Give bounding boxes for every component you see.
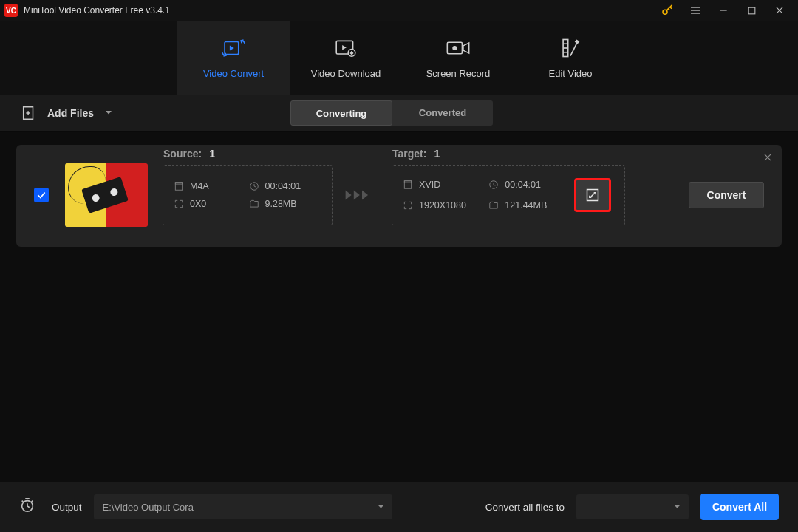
convert-icon [221, 37, 246, 59]
arrow-icon [344, 187, 380, 203]
tab-label: Screen Record [426, 68, 491, 79]
svg-point-14 [452, 45, 457, 50]
tab-label: Video Download [311, 68, 381, 79]
target-size: 121.44MB [488, 199, 550, 212]
source-resolution: 0X0 [174, 199, 230, 209]
main-tabs: Video Convert Video Download Screen Reco… [0, 21, 798, 95]
svg-marker-43 [675, 505, 680, 508]
svg-marker-42 [378, 505, 383, 508]
output-path-value: E:\Video Output Cora [103, 502, 194, 513]
target-info: Target: 1 XVID 00:04:01 [392, 165, 625, 225]
record-icon [446, 37, 471, 59]
app-title: MiniTool Video Converter Free v3.4.1 [24, 5, 170, 16]
svg-marker-9 [230, 45, 234, 50]
target-settings-button[interactable] [574, 178, 611, 212]
tab-label: Edit Video [548, 68, 592, 79]
remove-item-button[interactable] [763, 152, 773, 166]
source-duration: 00:04:01 [249, 181, 321, 191]
tab-label: Video Convert [203, 68, 264, 79]
tab-converted[interactable]: Converted [392, 100, 493, 124]
output-label: Output [52, 502, 82, 513]
convert-all-button[interactable]: Convert All [700, 494, 779, 520]
menu-icon[interactable] [681, 0, 709, 21]
svg-marker-31 [354, 191, 360, 200]
schedule-icon[interactable] [19, 497, 35, 516]
item-checkbox[interactable] [34, 188, 49, 202]
chevron-down-icon [104, 107, 113, 119]
edit-video-icon [559, 37, 582, 59]
svg-rect-5 [748, 7, 755, 14]
minimize-button[interactable] [709, 0, 737, 21]
output-path-select[interactable]: E:\Video Output Cora [94, 494, 392, 519]
chevron-down-icon [377, 502, 385, 513]
toolbar: Add Files Converting Converted [0, 95, 798, 132]
close-button[interactable] [765, 0, 794, 21]
tab-video-convert[interactable]: Video Convert [177, 21, 290, 95]
upgrade-key-icon[interactable] [653, 0, 681, 21]
video-thumbnail[interactable] [65, 163, 148, 227]
svg-rect-27 [175, 183, 182, 191]
target-label: Target: 1 [392, 148, 440, 160]
svg-marker-15 [463, 43, 469, 53]
maximize-button[interactable] [737, 0, 765, 21]
convert-all-to-label: Convert all files to [485, 502, 565, 513]
file-list: Source: 1 M4A 00:04:01 0X0 9.28MB [0, 132, 798, 482]
file-card: Source: 1 M4A 00:04:01 0X0 9.28MB [16, 145, 782, 247]
tab-edit-video[interactable]: Edit Video [514, 21, 627, 95]
tab-converting[interactable]: Converting [290, 100, 392, 126]
svg-rect-34 [404, 181, 411, 189]
target-resolution: 1920X1080 [403, 199, 469, 212]
svg-marker-30 [346, 191, 352, 200]
source-format: M4A [174, 181, 230, 191]
app-logo: VC [4, 4, 18, 17]
add-file-icon [21, 105, 37, 121]
svg-marker-32 [362, 191, 368, 200]
source-label: Source: 1 [163, 148, 215, 160]
footer: Output E:\Video Output Cora Convert all … [0, 482, 798, 532]
convert-button[interactable]: Convert [689, 182, 764, 208]
svg-rect-28 [175, 183, 182, 184]
svg-marker-20 [575, 39, 580, 44]
source-info: Source: 1 M4A 00:04:01 0X0 9.28MB [163, 165, 332, 225]
target-format: XVID [403, 178, 469, 191]
target-duration: 00:04:01 [488, 178, 550, 191]
status-segmented: Converting Converted [290, 100, 493, 126]
svg-rect-35 [404, 181, 411, 183]
tab-screen-record[interactable]: Screen Record [402, 21, 514, 95]
source-size: 9.28MB [249, 199, 321, 209]
chevron-down-icon [673, 502, 681, 513]
add-files-button[interactable]: Add Files [21, 105, 113, 121]
svg-marker-24 [106, 111, 112, 115]
download-icon [334, 37, 358, 59]
svg-line-41 [32, 501, 33, 502]
add-files-label: Add Files [47, 107, 94, 119]
svg-marker-11 [342, 45, 347, 50]
target-format-select[interactable] [576, 494, 689, 519]
titlebar: VC MiniTool Video Converter Free v3.4.1 [0, 0, 798, 21]
tab-video-download[interactable]: Video Download [290, 21, 402, 95]
svg-line-40 [22, 501, 24, 502]
